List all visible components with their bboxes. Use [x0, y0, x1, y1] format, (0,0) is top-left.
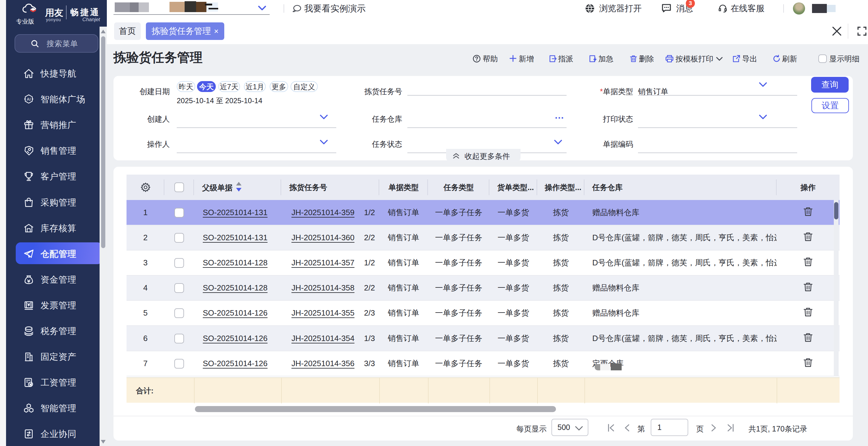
svg-text:AI: AI — [27, 97, 31, 102]
